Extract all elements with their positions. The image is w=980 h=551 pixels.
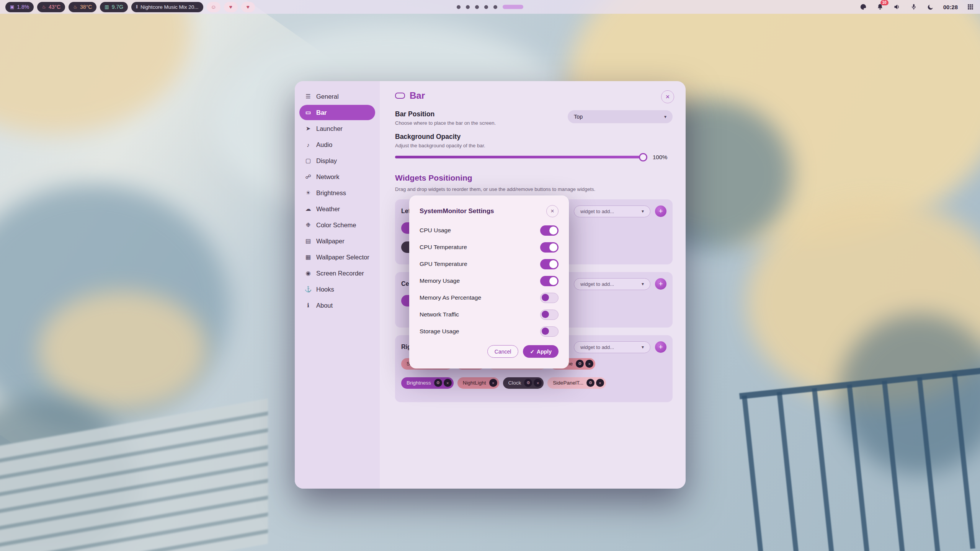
quick-pill-emoji[interactable]: ☺ — [207, 2, 220, 12]
media-title: Nightcore Music Mix 20... — [140, 4, 199, 10]
cpu-usage-toggle[interactable] — [540, 225, 559, 236]
left-add-widget-dropdown[interactable]: widget to add... ▾ — [574, 205, 650, 217]
background-opacity-setting: Background Opacity Adjust the background… — [395, 133, 673, 160]
quick-pill-favorite-2[interactable]: ♥ — [241, 2, 255, 12]
close-icon: × — [492, 381, 494, 385]
apps-grid-icon[interactable] — [966, 3, 975, 11]
sidebar-item-display[interactable]: ▢ Display — [299, 153, 375, 168]
sidebar-item-label: Network — [316, 173, 340, 181]
window-close-button[interactable]: × — [661, 90, 674, 103]
gpu-temp-value: 38°C — [80, 4, 92, 10]
cancel-button[interactable]: Cancel — [487, 345, 519, 358]
heart-icon: ♥ — [246, 4, 249, 10]
widget-settings-button[interactable]: ⚙ — [524, 379, 532, 387]
night-light-moon-icon[interactable] — [926, 3, 935, 11]
widget-chip-nightlight[interactable]: NightLight × — [457, 377, 499, 389]
cpu-usage-indicator[interactable]: ▣ 1.8% — [5, 2, 34, 12]
workspace-dot[interactable] — [466, 5, 470, 9]
close-icon: × — [446, 381, 449, 385]
center-add-widget-dropdown[interactable]: widget to add... ▾ — [574, 278, 650, 290]
page-title: Bar — [410, 90, 425, 101]
workspace-dot[interactable] — [457, 5, 461, 9]
gpu-temperature-toggle[interactable] — [540, 259, 559, 269]
sidebar-item-about[interactable]: ℹ About — [299, 298, 375, 313]
add-widget-placeholder: widget to add... — [580, 209, 614, 214]
modal-close-button[interactable]: × — [546, 205, 559, 217]
palette-icon[interactable] — [859, 3, 867, 11]
cpu-temperature-toggle[interactable] — [540, 242, 559, 253]
launcher-icon: ➤ — [304, 125, 312, 132]
sidebar-item-bar[interactable]: ▭ Bar — [299, 105, 375, 120]
widget-chip-sidepanel[interactable]: SidePanelT... ⚙ × — [547, 377, 606, 389]
widget-settings-button[interactable]: ⚙ — [576, 360, 584, 368]
slider-handle[interactable] — [639, 153, 647, 161]
center-add-widget-button[interactable]: + — [655, 278, 666, 290]
bar-position-dropdown[interactable]: Top ▾ — [568, 110, 673, 123]
wallpaper-leaves-left — [38, 291, 207, 409]
toggle-knob — [542, 328, 549, 335]
sun-icon: ☀ — [304, 189, 312, 196]
audio-icon: ♪ — [304, 142, 312, 148]
gpu-temp-indicator[interactable]: ♨ 38°C — [69, 2, 96, 12]
sidebar-item-audio[interactable]: ♪ Audio — [299, 137, 375, 152]
memory-usage-toggle[interactable] — [540, 276, 559, 286]
sidebar-item-color-scheme[interactable]: ❉ Color Scheme — [299, 217, 375, 233]
widget-remove-button[interactable]: × — [585, 360, 593, 368]
bar-position-description: Choose where to place the bar on the scr… — [395, 120, 496, 126]
gear-icon: ⚙ — [578, 361, 582, 366]
workspace-dot[interactable] — [484, 5, 488, 9]
sidebar-item-label: Audio — [316, 141, 332, 148]
images-icon: ▦ — [304, 254, 312, 261]
widget-remove-button[interactable]: × — [534, 379, 542, 387]
media-player-widget[interactable]: ‖ Nightcore Music Mix 20... — [131, 2, 203, 12]
quick-pill-favorite-1[interactable]: ♥ — [224, 2, 238, 12]
notifications-bell-icon[interactable]: 10 — [876, 3, 884, 11]
bar-icon — [395, 93, 405, 99]
bar-position-setting: Bar Position Choose where to place the b… — [395, 110, 673, 126]
right-add-widget-dropdown[interactable]: widget to add... ▾ — [574, 341, 650, 353]
toggle-label: Memory Usage — [420, 277, 460, 284]
network-traffic-toggle[interactable] — [540, 310, 559, 320]
widget-remove-button[interactable]: × — [596, 379, 604, 387]
chevron-down-icon: ▾ — [642, 281, 644, 287]
background-opacity-slider[interactable] — [395, 156, 647, 158]
workspace-dot[interactable] — [493, 5, 497, 9]
left-add-widget-button[interactable]: + — [655, 205, 666, 217]
volume-icon[interactable] — [893, 3, 901, 11]
toggle-knob — [542, 311, 549, 318]
cpu-temp-indicator[interactable]: ♨ 43°C — [37, 2, 65, 12]
widget-remove-button[interactable]: × — [489, 379, 497, 387]
widget-settings-button[interactable]: ⚙ — [586, 379, 595, 387]
bar-position-text: Bar Position Choose where to place the b… — [395, 110, 496, 126]
workspace-active[interactable] — [503, 5, 523, 9]
modal-header: SystemMonitor Settings × — [420, 205, 559, 217]
workspace-dot[interactable] — [475, 5, 479, 9]
sidebar-item-network[interactable]: ☍ Network — [299, 169, 375, 184]
sidebar-item-wallpaper[interactable]: ▤ Wallpaper — [299, 233, 375, 249]
sidebar-item-brightness[interactable]: ☀ Brightness — [299, 185, 375, 201]
plus-icon: + — [658, 207, 663, 215]
memory-as-percentage-toggle[interactable] — [540, 293, 559, 303]
sidebar-item-label: Hooks — [316, 286, 334, 293]
right-add-widget-button[interactable]: + — [655, 341, 666, 353]
toggle-label: CPU Temperature — [420, 244, 467, 251]
storage-usage-toggle[interactable] — [540, 326, 559, 337]
sidebar-item-hooks[interactable]: ⚓ Hooks — [299, 282, 375, 297]
sidebar-item-wallpaper-selector[interactable]: ▦ Wallpaper Selector — [299, 249, 375, 265]
sidebar-item-screen-recorder[interactable]: ◉ Screen Recorder — [299, 266, 375, 281]
wallpaper-railing — [742, 370, 980, 551]
widget-remove-button[interactable]: × — [444, 379, 452, 387]
sliders-icon: ☰ — [304, 93, 312, 100]
sidebar-item-general[interactable]: ☰ General — [299, 89, 375, 104]
sidebar-item-launcher[interactable]: ➤ Launcher — [299, 121, 375, 136]
toggle-row-network-traffic: Network Traffic — [420, 306, 559, 323]
plus-icon: + — [658, 343, 663, 351]
widget-chip-label: SidePanelT... — [553, 380, 583, 386]
sidebar-item-weather[interactable]: ☁ Weather — [299, 201, 375, 217]
widget-chip-brightness[interactable]: Brightness ⚙ × — [401, 377, 454, 389]
apply-button[interactable]: ✓ Apply — [523, 345, 559, 358]
widget-settings-button[interactable]: ⚙ — [434, 379, 442, 387]
microphone-icon[interactable] — [910, 3, 918, 11]
memory-indicator[interactable]: ▥ 9.7G — [100, 2, 128, 12]
widget-chip-clock[interactable]: Clock ⚙ × — [503, 377, 544, 389]
